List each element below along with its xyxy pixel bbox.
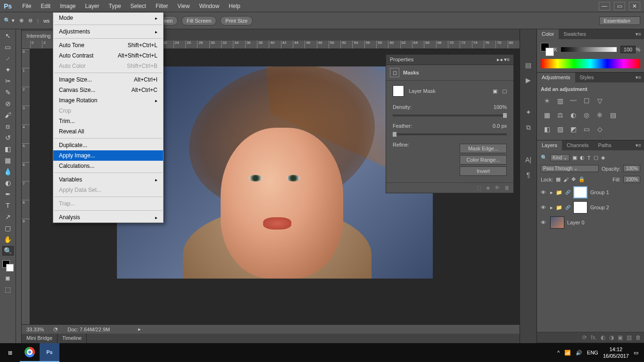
disable-mask-icon[interactable]: 👁 xyxy=(495,185,500,191)
color-range-button[interactable]: Color Range... xyxy=(460,155,507,165)
bottom-tab-timeline[interactable]: Timeline xyxy=(58,334,87,343)
wifi-icon[interactable]: 📶 xyxy=(564,350,571,356)
filter-adjust-icon[interactable]: ◐ xyxy=(580,155,585,161)
quick-mask-toggle[interactable]: ◙ xyxy=(2,273,14,283)
foreground-background-swatch[interactable] xyxy=(541,43,554,56)
eraser-tool[interactable]: ◧ xyxy=(2,144,14,154)
magic-wand-tool[interactable]: ✦ xyxy=(2,65,14,74)
k-slider[interactable] xyxy=(561,47,617,52)
layer-name[interactable]: Layer 0 xyxy=(567,220,585,225)
volume-icon[interactable]: 🔊 xyxy=(576,350,582,356)
menu-filter[interactable]: Filter xyxy=(151,3,173,9)
posterize-icon[interactable]: ▨ xyxy=(556,125,564,133)
panel-menu-icon[interactable]: ▾≡ xyxy=(633,73,644,82)
character-icon[interactable]: A| xyxy=(525,156,531,164)
menu-edit[interactable]: Edit xyxy=(36,3,55,9)
marquee-tool[interactable]: ▭ xyxy=(2,42,14,52)
k-value[interactable]: 100 xyxy=(620,46,636,53)
lock-position-icon[interactable]: ✥ xyxy=(571,176,576,182)
clone-stamp-tool[interactable]: ⧈ xyxy=(2,122,14,131)
history-brush-tool[interactable]: ↺ xyxy=(2,133,14,142)
zoom-out-icon[interactable]: ⊖ xyxy=(28,17,33,24)
invert-button[interactable]: Invert xyxy=(460,166,507,176)
zoom-level[interactable]: 33.33% xyxy=(26,327,44,332)
workspace-dropdown[interactable]: Essentials ≡ xyxy=(599,16,640,25)
mask-mode-icon[interactable]: ◻ xyxy=(390,68,399,77)
menu-view[interactable]: View xyxy=(173,3,195,9)
pen-tool[interactable]: ✒ xyxy=(2,189,14,199)
document-tab[interactable]: Interesting xyxy=(22,31,56,41)
bottom-tab-mini-bridge[interactable]: Mini Bridge xyxy=(22,334,58,343)
brush-tool[interactable]: 🖌 xyxy=(2,110,14,120)
delete-mask-icon[interactable]: 🗑 xyxy=(504,185,510,191)
tab-channels[interactable]: Channels xyxy=(562,140,593,150)
language-indicator[interactable]: ENG xyxy=(587,350,598,355)
layer-row[interactable]: 👁▸📁🔗Group 1 xyxy=(539,185,642,200)
zoom-in-icon[interactable]: ⊕ xyxy=(19,17,24,24)
new-layer-icon[interactable]: ▤ xyxy=(627,334,632,341)
panel-menu-icon[interactable]: ▾≡ xyxy=(633,140,644,150)
dodge-tool[interactable]: ◐ xyxy=(2,178,14,188)
menu-select[interactable]: Select xyxy=(126,3,151,9)
menu-type[interactable]: Type xyxy=(104,3,126,9)
filter-type-icon[interactable]: T xyxy=(587,155,591,161)
maximize-button[interactable]: ▭ xyxy=(614,2,625,10)
menu-item-adjustments[interactable]: Adjustments xyxy=(53,26,163,37)
blend-mode-dropdown[interactable]: Pass Through ⌄ xyxy=(541,165,599,172)
brush-presets-icon[interactable]: ✦ xyxy=(526,108,531,116)
channel-mixer-icon[interactable]: ※ xyxy=(595,111,604,119)
feather-slider[interactable] xyxy=(393,133,507,135)
load-selection-icon[interactable]: ⬚ xyxy=(477,185,481,191)
crop-tool[interactable]: ✂ xyxy=(2,76,14,86)
pixel-mask-icon[interactable]: ▣ xyxy=(493,88,497,94)
blur-tool[interactable]: 💧 xyxy=(2,167,14,176)
delete-layer-icon[interactable]: 🗑 xyxy=(636,334,641,341)
hand-tool[interactable]: ✋ xyxy=(2,235,14,244)
mask-edge-button[interactable]: Mask Edge... xyxy=(460,144,507,153)
action-center-icon[interactable]: ▭ xyxy=(634,350,638,356)
layer-row[interactable]: 👁Layer 0 xyxy=(539,215,642,230)
menu-help[interactable]: Help xyxy=(224,3,245,9)
fill-input[interactable]: 100% xyxy=(623,176,640,183)
tab-adjustments[interactable]: Adjustments xyxy=(537,73,575,82)
menu-item-apply-image[interactable]: Apply Image... xyxy=(53,150,163,161)
selective-color-icon[interactable]: ◇ xyxy=(595,125,604,133)
new-adjustment-layer-icon[interactable]: ◑ xyxy=(609,334,614,341)
menu-layer[interactable]: Layer xyxy=(81,3,104,9)
close-button[interactable]: ✕ xyxy=(629,2,640,10)
start-button[interactable]: ⊞ xyxy=(0,343,20,362)
panel-menu-icon[interactable]: ▾≡ xyxy=(504,57,510,62)
zoom-tool-icon[interactable]: 🔍 ▾ xyxy=(4,17,15,24)
feather-value[interactable]: 0.0 px xyxy=(493,123,507,129)
eyedropper-tool[interactable]: ✎ xyxy=(2,88,14,97)
visibility-icon[interactable]: 👁 xyxy=(541,189,547,195)
lasso-tool[interactable]: ⟋ xyxy=(2,54,14,63)
tab-styles[interactable]: Styles xyxy=(575,73,599,82)
color-swatch[interactable] xyxy=(2,260,14,272)
menu-item-auto-tone[interactable]: Auto ToneShift+Ctrl+L xyxy=(53,40,163,50)
new-group-icon[interactable]: ▣ xyxy=(618,334,623,341)
apply-mask-icon[interactable]: ◈ xyxy=(486,185,490,191)
rectangle-tool[interactable]: ▢ xyxy=(2,223,14,233)
menu-item-image-size[interactable]: Image Size...Alt+Ctrl+I xyxy=(53,74,163,85)
tray-chevron-icon[interactable]: ^ xyxy=(557,350,560,355)
filter-shape-icon[interactable]: ▢ xyxy=(594,155,598,161)
menu-item-duplicate[interactable]: Duplicate... xyxy=(53,140,163,150)
invert-icon[interactable]: ◧ xyxy=(543,125,551,133)
layer-thumbnail[interactable] xyxy=(550,216,564,229)
photoshop-taskbar-icon[interactable]: Ps xyxy=(40,343,59,362)
menu-item-auto-contrast[interactable]: Auto ContrastAlt+Shift+Ctrl+L xyxy=(53,50,163,61)
collapse-icon[interactable]: ▸◂ xyxy=(497,57,503,62)
taskbar-clock[interactable]: 14:1216/05/2017 xyxy=(603,346,629,359)
move-tool[interactable]: ↖ xyxy=(2,31,14,41)
lock-pixels-icon[interactable]: 🖌 xyxy=(563,177,569,182)
color-balance-icon[interactable]: ⚖ xyxy=(556,111,564,119)
zoom-tool[interactable]: 🔍 xyxy=(2,246,14,255)
menu-item-canvas-size[interactable]: Canvas Size...Alt+Ctrl+C xyxy=(53,85,163,95)
color-spectrum[interactable] xyxy=(541,59,640,68)
curves-icon[interactable]: 〰 xyxy=(569,97,578,105)
link-layers-icon[interactable]: ⟳ xyxy=(582,334,587,341)
brightness-icon[interactable]: ☀ xyxy=(543,97,551,105)
menu-item-calculations[interactable]: Calculations... xyxy=(53,161,163,171)
tab-swatches[interactable]: Swatches xyxy=(559,29,591,39)
